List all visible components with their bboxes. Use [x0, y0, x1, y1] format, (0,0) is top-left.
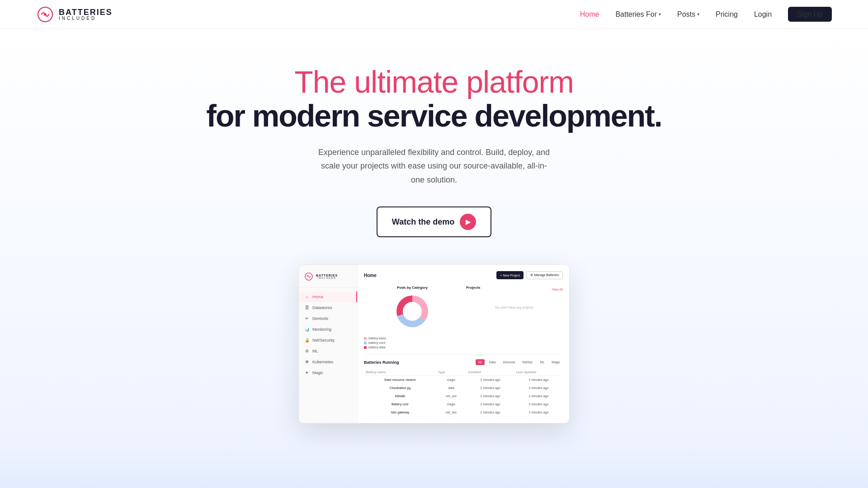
legend-core: battery-core	[364, 341, 386, 344]
sidebar-icon: ✏	[304, 316, 310, 321]
logo[interactable]: BATTERIES INCLUDED	[36, 5, 113, 23]
battery-tab-all[interactable]: All	[476, 359, 485, 365]
nav-link-signup[interactable]: Sign Up	[788, 7, 832, 22]
nav-item-posts[interactable]: Posts ▾	[677, 10, 699, 19]
dashboard-main: Home + New Project ⚙ Manage Batteries Po…	[358, 265, 569, 423]
legend-base: battery-base	[364, 337, 386, 340]
legend-dot-core	[364, 342, 367, 344]
svg-point-7	[403, 302, 421, 320]
battery-updated: 2 minutes ago	[514, 408, 563, 417]
logo-text: BATTERIES INCLUDED	[59, 8, 113, 21]
nav-dropdown-posts[interactable]: Posts ▾	[677, 10, 699, 19]
logo-icon	[36, 5, 54, 23]
logo-batteries: BATTERIES	[59, 8, 113, 16]
sidebar-icon: ✦	[304, 371, 310, 375]
sidebar-icon: ⌂	[304, 295, 310, 299]
table-header-battery-name: Battery name	[364, 369, 436, 376]
batteries-section: Batteries Running AllDataDevtoolsNetSecM…	[364, 354, 563, 417]
hero-title-black: for modern service development.	[206, 99, 661, 133]
battery-type: net_sec	[436, 408, 467, 417]
nav-link-login[interactable]: Login	[754, 10, 772, 18]
sidebar-icon: 🗄	[304, 305, 310, 310]
battery-tab-magic[interactable]: Magic	[549, 359, 563, 365]
legend-dot-data	[364, 346, 367, 349]
bottom-gradient	[0, 441, 868, 488]
batteries-tabs: AllDataDevtoolsNetSecMLMagic	[476, 359, 563, 365]
dashboard-sidebar: BATTERIES INCLUDED ⌂Home🗄Datastores✏Devt…	[299, 265, 358, 423]
battery-tab-data[interactable]: Data	[486, 359, 499, 365]
battery-type: magic	[436, 400, 467, 408]
nav-link-pricing[interactable]: Pricing	[716, 10, 738, 18]
hero-title-pink: The ultimate platform	[294, 65, 574, 99]
battery-name: Cloudnative.pg	[364, 384, 436, 392]
pods-title: Pods by Category	[397, 286, 428, 290]
dash-logo-icon	[304, 272, 313, 281]
battery-name: Stale resource cleaner	[364, 376, 436, 384]
nav-item-batteries-for[interactable]: Batteries For ▾	[615, 10, 661, 19]
table-row: Cloudnative.pgdata2 minutes ago2 minutes…	[364, 384, 563, 392]
sidebar-item-home[interactable]: ⌂Home	[299, 291, 357, 302]
new-project-button[interactable]: + New Project	[496, 271, 524, 279]
table-header: Battery nameTypeinstalledLast Updated	[364, 369, 563, 376]
hero-subtitle: Experience unparalleled flexibility and …	[316, 145, 552, 187]
legend-dot-base	[364, 337, 367, 340]
battery-name: Battery core	[364, 400, 436, 408]
dash-home-title: Home	[364, 273, 377, 278]
dash-logo-text: BATTERIES INCLUDED	[316, 274, 338, 279]
nav-link-home[interactable]: Home	[580, 10, 599, 18]
battery-tab-ml[interactable]: ML	[538, 359, 547, 365]
battery-updated: 2 minutes ago	[514, 400, 563, 408]
table-header-installed: installed	[466, 369, 514, 376]
battery-type: data	[436, 384, 467, 392]
sidebar-item-datastores[interactable]: 🗄Datastores	[299, 302, 357, 313]
sidebar-item-ml[interactable]: ⚙ML	[299, 346, 357, 357]
sidebar-icon: 📊	[304, 327, 310, 332]
dash-header: Home + New Project ⚙ Manage Batteries	[364, 271, 563, 279]
play-icon: ▶	[460, 214, 476, 230]
nav-item-pricing[interactable]: Pricing	[716, 10, 738, 19]
legend-data: battery-data	[364, 346, 386, 349]
watch-demo-button[interactable]: Watch the demo ▶	[377, 206, 491, 237]
table-header-last-updated: Last Updated	[514, 369, 563, 376]
batteries-title: Batteries Running	[364, 360, 399, 365]
view-all-link[interactable]: View All	[552, 288, 563, 291]
cta-label: Watch the demo	[392, 217, 454, 227]
dash-sidebar-items: ⌂Home🗄Datastores✏Devtools📊Monitoring🔒Net…	[299, 291, 357, 378]
projects-section: Projects View All You don't have any pro…	[466, 286, 563, 349]
battery-installed: 2 minutes ago	[466, 400, 514, 408]
table-header-row: Battery nameTypeinstalledLast Updated	[364, 369, 563, 376]
nav-item-home[interactable]: Home	[580, 10, 599, 19]
chevron-down-icon: ▾	[659, 12, 661, 17]
battery-updated: 2 minutes ago	[514, 392, 563, 400]
batteries-header: Batteries Running AllDataDevtoolsNetSecM…	[364, 359, 563, 365]
sidebar-icon: ☸	[304, 360, 310, 364]
battery-updated: 2 minutes ago	[514, 384, 563, 392]
sidebar-item-net-security[interactable]: 🔒Net/Security	[299, 335, 357, 346]
chevron-down-icon-posts: ▾	[697, 12, 699, 17]
battery-tab-devtools[interactable]: Devtools	[500, 359, 518, 365]
navbar: BATTERIES INCLUDED Home Batteries For ▾ …	[0, 0, 868, 29]
sidebar-item-kubernetes[interactable]: ☸Kubernetes	[299, 357, 357, 367]
pods-section: Pods by Category	[364, 286, 461, 349]
manage-batteries-button[interactable]: ⚙ Manage Batteries	[526, 271, 563, 279]
battery-tab-netsec[interactable]: NetSec	[520, 359, 536, 365]
table-row: Metallbnet_sec2 minutes ago2 minutes ago	[364, 392, 563, 400]
sidebar-item-devtools[interactable]: ✏Devtools	[299, 313, 357, 324]
nav-item-signup[interactable]: Sign Up	[788, 10, 832, 19]
battery-installed: 2 minutes ago	[466, 408, 514, 417]
table-row: Battery coremagic2 minutes ago2 minutes …	[364, 400, 563, 408]
nav-item-login[interactable]: Login	[754, 10, 772, 19]
no-projects-msg: You don't have any projects.	[466, 297, 563, 318]
battery-installed: 2 minutes ago	[466, 392, 514, 400]
battery-type: magic	[436, 376, 467, 384]
sidebar-item-monitoring[interactable]: 📊Monitoring	[299, 324, 357, 335]
projects-title: Projects	[466, 286, 481, 290]
battery-installed: 2 minutes ago	[466, 384, 514, 392]
nav-dropdown-batteries[interactable]: Batteries For ▾	[615, 10, 661, 19]
projects-header: Projects View All	[466, 286, 563, 293]
dash-logo: BATTERIES INCLUDED	[299, 272, 357, 288]
nav-links: Home Batteries For ▾ Posts ▾ Pricing Log…	[580, 10, 832, 19]
dashboard-preview: BATTERIES INCLUDED ⌂Home🗄Datastores✏Devt…	[298, 264, 570, 423]
battery-name: Istio gateway	[364, 408, 436, 417]
sidebar-item-magic[interactable]: ✦Magic	[299, 367, 357, 378]
